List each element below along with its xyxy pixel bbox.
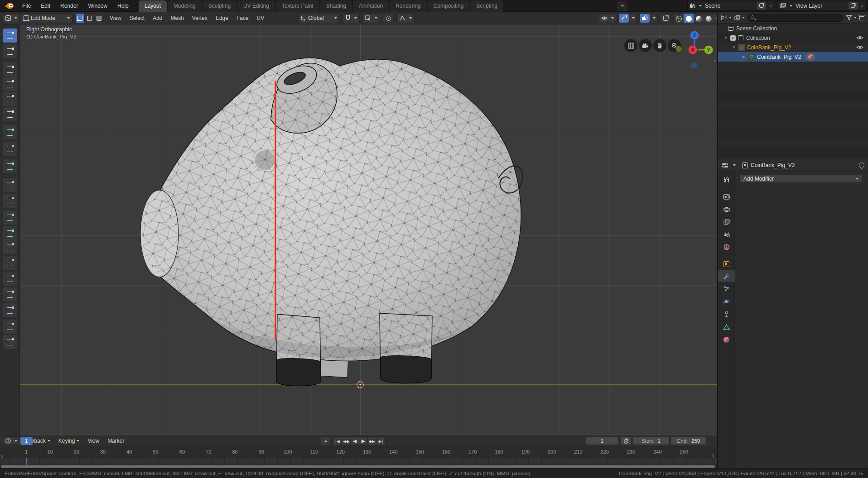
face-select-button[interactable] [94,13,104,23]
add-modifier-dropdown[interactable]: Add Modifier [739,174,863,183]
tool-move[interactable] [3,62,17,76]
vertex-select-button[interactable] [75,13,85,23]
viewport-menu-item[interactable]: Add [149,13,166,23]
viewport-menu-item[interactable]: View [106,13,125,23]
show-overlays-toggle[interactable] [639,13,650,23]
timeline-collapse-arrow[interactable]: ‹ [712,452,714,459]
mode-dropdown[interactable]: Edit Mode [21,13,72,23]
navigation-gizmo[interactable]: Z X Y [675,26,717,70]
pig-mesh-object[interactable] [127,47,544,396]
workspace-tab[interactable]: Modeling [168,0,202,12]
gizmo-axis-x[interactable]: X [689,46,697,54]
timeline-menu-marker[interactable]: Marker [104,436,128,445]
viewport-menu-item[interactable]: UV [253,13,268,23]
timeline-track[interactable] [0,458,717,464]
tool-loop-cut[interactable] [3,226,17,240]
outliner-search-input[interactable] [747,14,844,22]
falloff-dropdown[interactable] [396,13,415,23]
workspace-tab[interactable]: Shading [320,0,352,12]
gizmo-axis-neg-z[interactable] [691,62,697,68]
shading-material-button[interactable] [694,14,704,23]
workspace-tab[interactable]: Compositing [428,0,470,12]
jump-to-start-button[interactable]: |◀ [333,437,342,445]
tool-transform[interactable] [3,107,17,121]
hide-eye-icon[interactable] [856,35,863,40]
tool-cursor[interactable] [3,44,17,58]
hide-eye-icon[interactable] [856,45,863,50]
shading-rendered-button[interactable] [704,14,714,23]
collection-checkbox[interactable]: ✓ [730,35,736,41]
add-workspace-button[interactable]: + [617,1,627,11]
current-frame-indicator[interactable]: 1 [20,437,33,445]
prev-keyframe-button[interactable]: ◀◆ [342,437,351,445]
outliner-row-mesh-data[interactable]: ▶ ▽ CoinBank_Pig_V2 [718,52,868,62]
tool-knife[interactable] [3,240,17,254]
pan-view-button[interactable] [653,39,666,52]
tab-particles[interactable] [718,283,735,295]
edge-select-button[interactable] [85,13,94,23]
outliner-filter-mode-dropdown[interactable] [734,15,745,20]
workspace-tab[interactable]: Animation [353,0,389,12]
play-button[interactable]: ▶ [359,437,368,445]
outliner-filter-dropdown[interactable] [846,15,857,20]
tab-view-layer[interactable] [718,216,735,228]
unlink-scene-button[interactable]: × [768,3,773,9]
tool-shrink-fatten[interactable] [3,320,17,334]
tool-rip-region[interactable] [3,335,17,349]
gizmo-axis-neg-y[interactable] [676,46,682,52]
material-slot-badge[interactable] [805,53,815,61]
outliner-row-collection[interactable]: ▼ ✓ Collection [718,33,868,43]
topbar-menu-item[interactable]: Edit [37,1,54,11]
workspace-tab[interactable]: Rendering [390,0,426,12]
frame-end-field[interactable]: End: 250 [670,436,707,445]
workspace-tab[interactable]: Texture Paint [276,0,319,12]
tool-bevel[interactable] [3,210,17,225]
workspace-tab[interactable]: UV Editing [237,0,275,12]
tab-modifiers[interactable] [718,270,735,282]
viewport-menu-item[interactable]: Mesh [167,13,188,23]
topbar-menu-item[interactable]: Help [113,1,133,11]
expand-arrow-icon[interactable]: ▶ [742,55,746,59]
tab-constraints[interactable] [718,308,735,320]
current-frame-field[interactable]: 1 [586,436,618,445]
record-button[interactable]: ● [321,436,331,446]
tab-physics[interactable] [718,296,735,307]
viewport-3d[interactable]: Right Orthographic (1) CoinBank_Pig_V2 Z… [0,24,717,435]
tab-material[interactable] [718,334,735,345]
view-layer-selector[interactable]: View Layer × [778,1,867,10]
gizmo-axis-y[interactable]: Y [704,46,713,54]
next-keyframe-button[interactable]: ◆▶ [368,437,376,445]
scene-selector[interactable]: Scene × [687,1,775,10]
gizmo-dropdown[interactable] [630,13,637,23]
tab-object[interactable] [718,258,735,270]
workspace-tab[interactable]: Layout [139,0,167,12]
tool-scale[interactable] [3,92,17,106]
timeline-ruler[interactable]: 1102030405060708090100110120130140150160… [0,446,717,458]
viewport-menu-item[interactable]: Select [126,13,148,23]
properties-editor-icon[interactable] [722,163,728,168]
play-reverse-button[interactable]: ◀ [351,437,359,445]
overlays-dropdown[interactable] [651,13,658,23]
tab-output[interactable] [718,203,735,215]
tab-active-tool[interactable] [718,174,735,186]
snap-target-dropdown[interactable] [362,13,380,23]
proportional-editing-toggle[interactable] [383,13,394,23]
viewport-menu-item[interactable]: Edge [212,13,232,23]
tool-measure[interactable] [3,142,17,156]
camera-view-button[interactable] [639,39,652,52]
timeline-menu-view[interactable]: View [84,436,103,445]
viewport-menu-item[interactable]: Face [233,13,252,23]
shading-wireframe-button[interactable] [674,14,684,23]
transform-orientation-dropdown[interactable]: Global [298,13,340,23]
shading-solid-button[interactable] [684,14,694,23]
timeline-expand-arrow[interactable]: › [1,453,3,459]
outliner-row-scene-collection[interactable]: Scene Collection [718,24,868,33]
topbar-menu-item[interactable]: File [18,1,35,11]
tool-inset-faces[interactable] [3,194,17,208]
tool-add-cube[interactable] [3,159,17,173]
xray-toggle[interactable] [660,13,671,23]
tool-smooth[interactable] [3,287,17,301]
tool-extrude-region[interactable] [3,178,17,192]
tab-render[interactable] [718,191,735,202]
outliner-row-object[interactable]: ▼ ▽ CoinBank_Pig_V2 [718,43,868,52]
